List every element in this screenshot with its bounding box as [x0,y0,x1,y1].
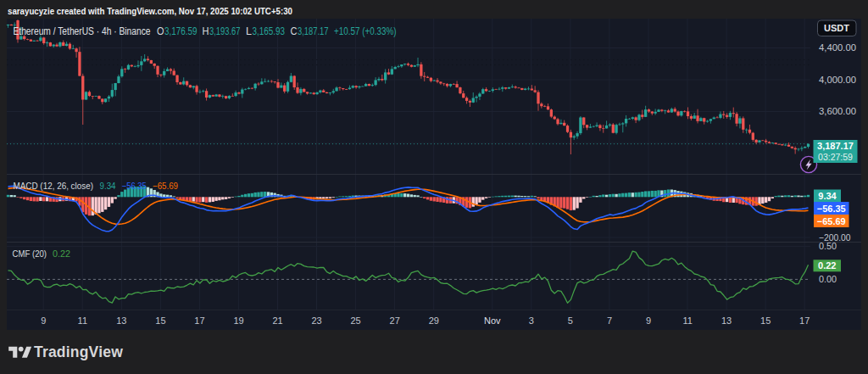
svg-text:4,400.00: 4,400.00 [819,42,856,53]
svg-text:3,165.93: 3,165.93 [253,25,286,37]
svg-text:25: 25 [350,315,360,326]
svg-text:3,600.00: 3,600.00 [819,106,856,116]
svg-text:23: 23 [311,315,321,326]
svg-text:3,193.67: 3,193.67 [209,25,241,37]
svg-text:TradingView: TradingView [34,343,123,360]
svg-text:0.22: 0.22 [818,260,836,271]
svg-text:3: 3 [529,315,534,326]
svg-text:3,176.59: 3,176.59 [164,25,198,37]
svg-text:17: 17 [194,315,204,326]
svg-text:−65.69: −65.69 [817,216,846,226]
svg-text:15: 15 [760,315,771,326]
svg-text:+10.57 (+0.33%): +10.57 (+0.33%) [334,25,397,37]
svg-text:13: 13 [721,315,732,326]
svg-text:3,187.17: 3,187.17 [298,25,329,37]
svg-text:7: 7 [607,315,612,326]
svg-text:15: 15 [155,315,165,326]
svg-text:03:27:59: 03:27:59 [818,152,853,162]
svg-text:Nov: Nov [484,315,501,326]
svg-text:MACD (12, 26, close): MACD (12, 26, close) [14,181,94,191]
svg-text:17: 17 [799,315,810,326]
svg-text:−56.35: −56.35 [122,181,147,191]
svg-text:19: 19 [233,315,243,326]
svg-text:H: H [203,25,209,37]
svg-text:O: O [157,25,164,37]
svg-text:0.50: 0.50 [819,241,837,251]
svg-text:−65.69: −65.69 [153,181,178,191]
svg-text:C: C [291,25,298,37]
svg-text:9: 9 [646,315,651,326]
svg-text:13: 13 [116,315,126,326]
svg-text:9.34: 9.34 [100,181,116,191]
svg-text:9.34: 9.34 [818,191,837,201]
svg-text:11: 11 [682,315,692,326]
svg-text:0.00: 0.00 [819,274,837,284]
svg-text:11: 11 [78,315,87,326]
svg-text:21: 21 [272,315,282,326]
svg-text:5: 5 [568,315,573,326]
svg-text:−56.35: −56.35 [817,204,846,214]
svg-text:27: 27 [390,315,400,326]
svg-text:4,000.00: 4,000.00 [819,75,856,85]
svg-text:29: 29 [429,315,439,326]
svg-text:Ethereum / TetherUS · 4h · Bin: Ethereum / TetherUS · 4h · Binance [14,25,151,37]
svg-text:9: 9 [41,315,46,326]
svg-text:3,187.17: 3,187.17 [817,141,854,151]
svg-text:0.22: 0.22 [53,248,70,259]
svg-text:L: L [246,25,252,37]
svg-text:USDT: USDT [824,23,849,33]
svg-text:CMF (20): CMF (20) [13,248,47,259]
svg-text:sarayucyzie created with Tradi: sarayucyzie created with TradingView.com… [8,6,292,16]
